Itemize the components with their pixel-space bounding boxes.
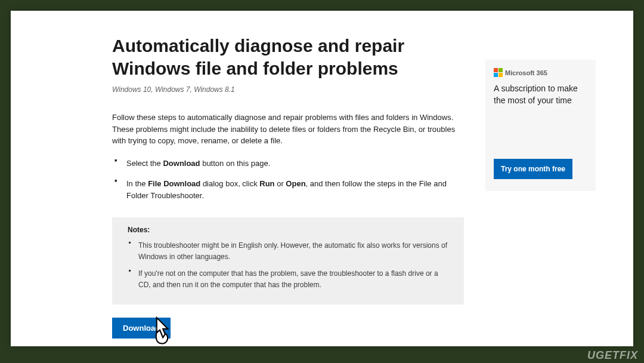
download-button[interactable]: Download: [112, 318, 171, 339]
steps-list: Select the Download button on this page.…: [112, 158, 464, 202]
page-title: Automatically diagnose and repair Window…: [112, 35, 464, 79]
content-row: Automatically diagnose and repair Window…: [11, 35, 633, 339]
applies-to-text: Windows 10, Windows 7, Windows 8.1: [112, 85, 464, 94]
step-item: In the File Download dialog box, click R…: [126, 178, 464, 202]
ugetfix-watermark: UGETFIX: [587, 349, 638, 362]
promo-sidebar: Microsoft 365 A subscription to make the…: [485, 60, 596, 191]
notes-title: Notes:: [128, 226, 448, 234]
try-free-button[interactable]: Try one month free: [494, 159, 572, 179]
support-article-page: Automatically diagnose and repair Window…: [11, 11, 633, 346]
notes-box: Notes: This troubleshooter might be in E…: [112, 217, 464, 304]
notes-list: This troubleshooter might be in English …: [128, 240, 448, 290]
note-item: This troubleshooter might be in English …: [138, 240, 448, 262]
microsoft-logo-icon: [494, 68, 503, 77]
intro-paragraph: Follow these steps to automatically diag…: [112, 112, 464, 147]
note-item: If you're not on the computer that has t…: [138, 268, 448, 290]
step-item: Select the Download button on this page.: [126, 158, 464, 170]
article-main: Automatically diagnose and repair Window…: [112, 35, 464, 339]
microsoft-365-logo-text: Microsoft 365: [505, 69, 547, 76]
microsoft-365-logo: Microsoft 365: [494, 68, 587, 77]
promo-message: A subscription to make the most of your …: [494, 83, 587, 159]
